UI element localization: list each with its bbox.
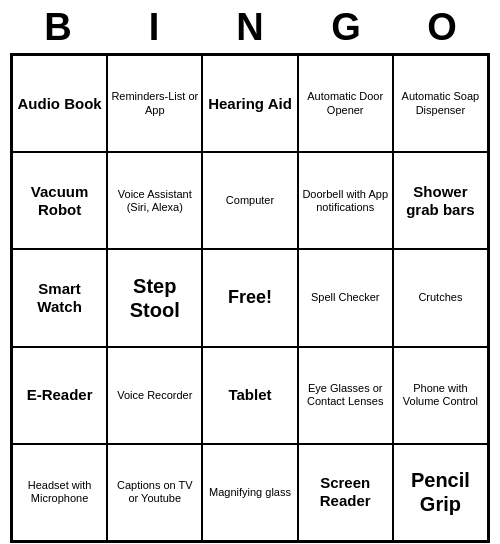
letter-g: G (302, 6, 390, 49)
cell-0: Audio Book (12, 55, 107, 152)
letter-n: N (206, 6, 294, 49)
cell-19: Phone with Volume Control (393, 347, 488, 444)
cell-20: Headset with Microphone (12, 444, 107, 541)
cell-13: Spell Checker (298, 249, 393, 346)
cell-23: Screen Reader (298, 444, 393, 541)
letter-b: B (14, 6, 102, 49)
cell-4: Automatic Soap Dispenser (393, 55, 488, 152)
bingo-title: B I N G O (10, 0, 490, 53)
cell-3: Automatic Door Opener (298, 55, 393, 152)
cell-21: Captions on TV or Youtube (107, 444, 202, 541)
cell-2: Hearing Aid (202, 55, 297, 152)
cell-8: Doorbell with App notifications (298, 152, 393, 249)
bingo-grid: Audio Book Reminders-List or App Hearing… (10, 53, 490, 543)
cell-7: Computer (202, 152, 297, 249)
cell-16: Voice Recorder (107, 347, 202, 444)
cell-5: Vacuum Robot (12, 152, 107, 249)
cell-6: Voice Assistant (Siri, Alexa) (107, 152, 202, 249)
cell-12-free: Free! (202, 249, 297, 346)
cell-15: E-Reader (12, 347, 107, 444)
cell-22: Magnifying glass (202, 444, 297, 541)
cell-11: Step Stool (107, 249, 202, 346)
cell-9: Shower grab bars (393, 152, 488, 249)
cell-1: Reminders-List or App (107, 55, 202, 152)
cell-18: Eye Glasses or Contact Lenses (298, 347, 393, 444)
cell-14: Crutches (393, 249, 488, 346)
letter-i: I (110, 6, 198, 49)
cell-17: Tablet (202, 347, 297, 444)
cell-24: Pencil Grip (393, 444, 488, 541)
cell-10: Smart Watch (12, 249, 107, 346)
letter-o: O (398, 6, 486, 49)
